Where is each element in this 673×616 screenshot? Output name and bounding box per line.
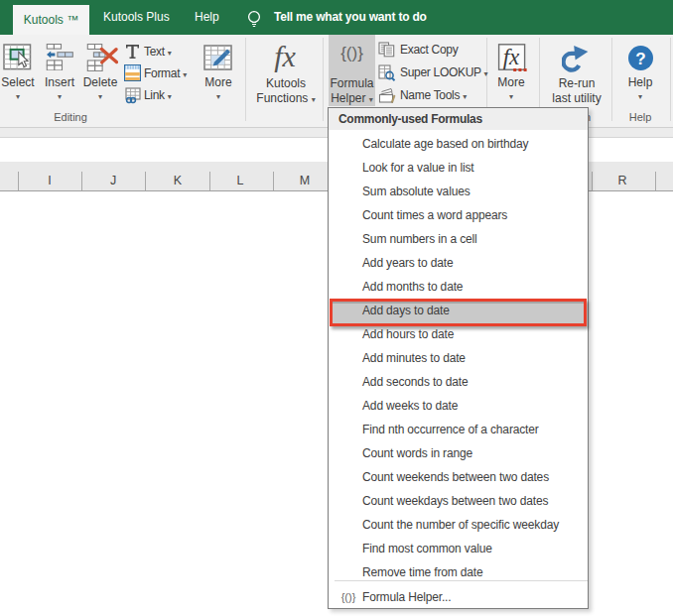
svg-text:fx: fx (503, 45, 520, 69)
svg-text:?: ? (635, 50, 645, 68)
